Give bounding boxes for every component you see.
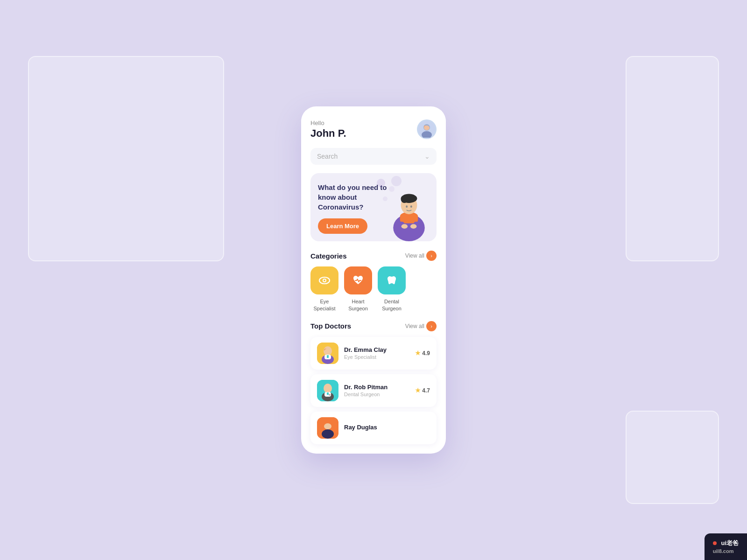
svg-point-36 [322,429,334,439]
eye-specialist-icon [310,266,338,294]
svg-point-19 [324,280,325,281]
doctor-card-emma-clay[interactable]: Dr. Emma Clay Eye Specialist ★ 4.9 [310,337,437,370]
categories-list: EyeSpecialist HeartSurgeon DentalSurgeon [310,266,437,312]
header-text: Hello John P. [310,119,346,140]
learn-more-button[interactable]: Learn More [318,218,367,234]
doctor-card-rob-pitman[interactable]: Dr. Rob Pitman Dental Surgeon ★ 4.7 [310,374,437,407]
doctor-specialty-emma: Eye Specialist [344,354,409,360]
doctor-info-emma: Dr. Emma Clay Eye Specialist [344,346,409,360]
doctors-view-all-arrow-icon: › [426,321,437,331]
search-placeholder-text: Search [317,153,424,160]
doctor-rating-rob: ★ 4.7 [415,387,430,394]
search-bar[interactable]: Search ⌄ [310,148,437,165]
svg-rect-26 [327,355,329,358]
svg-point-10 [401,196,408,203]
app-header: Hello John P. [310,119,437,140]
bg-decoration-left [28,56,224,261]
svg-point-33 [329,394,331,396]
category-heart-surgeon[interactable]: HeartSurgeon [344,266,372,312]
dental-surgeon-label: DentalSurgeon [382,298,402,312]
dental-surgeon-icon [378,266,406,294]
phone-container: Hello John P. Search ⌄ What do you need … [301,106,446,454]
categories-section-header: Categories View all › [310,251,437,261]
svg-rect-24 [324,349,331,355]
person-illustration [383,176,435,241]
view-all-arrow-icon: › [426,251,437,261]
avatar[interactable] [417,119,437,139]
doctor-card-ray-duglas[interactable]: Ray Duglas [310,412,437,444]
watermark: ui老爸 uil8.com [705,533,747,560]
doctor-avatar-rob [317,380,338,401]
heart-surgeon-icon [344,266,372,294]
doctor-name-emma: Dr. Emma Clay [344,346,409,353]
greeting-text: Hello [310,119,346,126]
svg-rect-30 [324,386,331,392]
watermark-dot [713,541,717,545]
categories-view-all[interactable]: View all › [405,251,437,261]
star-icon: ★ [415,350,421,357]
watermark-brand: ui老爸 [721,539,739,546]
doctors-view-all[interactable]: View all › [405,321,437,331]
eye-specialist-label: EyeSpecialist [313,298,335,312]
chevron-down-icon: ⌄ [424,153,430,160]
svg-rect-35 [324,423,331,429]
category-dental-surgeon[interactable]: DentalSurgeon [378,266,406,312]
doctor-rating-emma: ★ 4.9 [415,350,430,357]
doctor-info-rob: Dr. Rob Pitman Dental Surgeon [344,384,409,397]
doctor-name-ray: Ray Duglas [344,424,430,431]
doctor-avatar-emma [317,343,338,364]
doctor-name-rob: Dr. Rob Pitman [344,384,409,391]
svg-rect-32 [327,392,329,395]
bg-decoration-right-top [626,56,719,261]
svg-point-15 [406,205,408,208]
rating-value-rob: 4.7 [422,387,430,394]
svg-point-14 [410,224,417,229]
svg-rect-4 [424,126,430,130]
rating-value-emma: 4.9 [422,350,430,357]
bg-decoration-right-bottom [626,411,719,504]
doctor-specialty-rob: Dental Surgeon [344,392,409,397]
top-doctors-title: Top Doctors [310,322,351,330]
doctor-avatar-ray [317,417,338,439]
category-eye-specialist[interactable]: EyeSpecialist [310,266,338,312]
user-name: John P. [310,127,346,140]
doctor-info-ray: Ray Duglas [344,424,430,432]
star-icon: ★ [415,387,421,394]
heart-surgeon-label: HeartSurgeon [348,298,368,312]
banner-card: What do you need to know about Coronavir… [310,173,437,241]
top-doctors-section-header: Top Doctors View all › [310,321,437,331]
watermark-url: uil8.com [713,548,734,554]
categories-title: Categories [310,252,347,260]
svg-point-13 [402,224,408,229]
svg-point-16 [410,205,412,208]
